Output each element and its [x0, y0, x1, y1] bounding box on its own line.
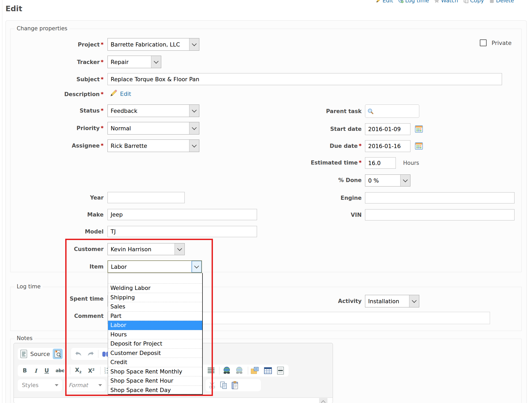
superscript-button[interactable]: X2 [85, 365, 98, 376]
editor-content-area[interactable] [14, 398, 333, 403]
chevron-down-icon [192, 261, 201, 272]
tracker-label: Tracker* [17, 59, 104, 65]
calendar-icon[interactable] [415, 142, 423, 150]
source-icon [20, 349, 28, 358]
italic-icon: I [34, 367, 37, 374]
toolbar-collapse-button[interactable] [319, 398, 327, 403]
year-input[interactable] [107, 192, 185, 203]
activity-label: Activity [276, 298, 362, 304]
change-properties-legend: Change properties [15, 25, 69, 32]
svg-text:3: 3 [104, 372, 106, 374]
description-edit-link[interactable]: Edit [120, 91, 131, 97]
due-date-label: Due date* [276, 143, 362, 149]
edit-link[interactable]: Edit [376, 0, 393, 4]
underline-button[interactable]: U [42, 365, 52, 376]
watch-link[interactable]: Watch [434, 0, 458, 4]
make-input[interactable]: Jeep [107, 209, 257, 220]
underline-icon: U [44, 367, 49, 374]
superscript-icon: X2 [88, 367, 94, 374]
unlink-button[interactable] [234, 365, 244, 376]
required-asterisk: * [101, 108, 104, 114]
estimated-time-label: Estimated time* [276, 160, 362, 166]
due-date-input[interactable]: 2016-01-16 [365, 140, 410, 152]
dropdown-option[interactable]: Hours [108, 330, 202, 340]
dropdown-option[interactable]: Deposit for Project [108, 339, 202, 349]
dropdown-option[interactable]: Welding Labor [108, 284, 202, 293]
paste-clipboard-icon [231, 381, 239, 389]
source-button[interactable]: Source [30, 351, 50, 357]
dropdown-option[interactable]: Shop Space Rent Day [108, 386, 202, 395]
priority-select[interactable]: Normal [107, 122, 199, 135]
spent-time-label: Spent time [17, 296, 104, 302]
required-asterisk: * [101, 91, 104, 97]
dropdown-option[interactable]: Shop Space Rent Monthly [108, 367, 202, 377]
bold-button[interactable]: B [20, 365, 30, 376]
copy-link[interactable]: Copy [463, 0, 484, 4]
undo-icon [75, 351, 82, 357]
start-date-input[interactable]: 2016-01-09 [365, 123, 410, 135]
item-dropdown-list: Welding Labor Shipping Sales Part Labor … [108, 273, 203, 395]
subscript-button[interactable]: X2 [72, 365, 85, 376]
vin-input[interactable] [365, 209, 515, 220]
required-asterisk: * [101, 143, 104, 149]
div-container-button[interactable] [206, 365, 216, 376]
log-time-link[interactable]: Log time [398, 0, 429, 4]
horizontal-rule-button[interactable] [276, 365, 285, 376]
preview-button[interactable] [53, 349, 63, 359]
notes-legend: Notes [15, 335, 35, 341]
status-select[interactable]: Feedback [107, 104, 199, 117]
required-asterisk: * [359, 143, 362, 149]
parent-task-input[interactable] [365, 104, 419, 118]
format-dropdown[interactable]: Format [64, 379, 106, 391]
table-button[interactable] [263, 365, 273, 376]
image-button[interactable] [250, 365, 260, 376]
project-select[interactable]: Barrette Fabrication, LLC [107, 38, 199, 51]
tracker-select[interactable]: Repair [107, 56, 161, 68]
private-checkbox[interactable] [480, 39, 487, 46]
activity-select[interactable]: Installation [365, 295, 419, 307]
dropdown-option[interactable] [108, 273, 202, 284]
chevron-down-icon [409, 295, 419, 307]
paste-button[interactable] [230, 380, 240, 390]
percent-done-select[interactable]: 0 % [365, 174, 410, 186]
customer-label: Customer [17, 246, 104, 252]
italic-button[interactable]: I [31, 365, 41, 376]
assignee-select[interactable]: Rick Barrette [107, 139, 199, 152]
copy-icon [463, 0, 469, 3]
toolbar-separator [70, 367, 70, 375]
link-button[interactable] [222, 365, 232, 376]
redmine-issue-edit-page: Edit Log time Watch Copy Delete E [0, 0, 532, 403]
dropdown-option[interactable]: Customer Deposit [108, 349, 202, 358]
dropdown-option-selected[interactable]: Labor [108, 321, 202, 330]
comment-label: Comment [17, 313, 104, 319]
engine-input[interactable] [365, 192, 515, 203]
customer-select[interactable]: Kevin Harrison [107, 243, 185, 255]
model-input[interactable]: TJ [107, 226, 257, 237]
delete-link[interactable]: Delete [489, 0, 514, 4]
vin-label: VIN [276, 212, 362, 218]
chevron-down-icon [55, 384, 58, 386]
cut-button[interactable] [207, 380, 217, 390]
dropdown-option[interactable]: Credit [108, 358, 202, 367]
dropdown-option[interactable]: Shop Space Rent Hour [108, 376, 202, 386]
dropdown-option[interactable]: Shipping [108, 293, 202, 302]
editor-undo-group [71, 348, 113, 360]
chevron-down-icon [98, 384, 102, 386]
copy-button[interactable] [219, 380, 229, 390]
undo-button[interactable] [74, 349, 83, 359]
estimated-time-input[interactable]: 16.0 [365, 157, 396, 169]
strikethrough-button[interactable]: abc [53, 365, 67, 376]
dropdown-option[interactable]: Sales [108, 302, 202, 312]
calendar-icon[interactable] [415, 125, 423, 133]
styles-dropdown[interactable]: Styles [18, 379, 62, 391]
toolbar-separator [248, 367, 248, 375]
dropdown-option[interactable]: Part [108, 312, 202, 321]
subject-input[interactable]: Replace Torque Box & Floor Pan [107, 73, 502, 85]
image-icon [250, 367, 259, 375]
redo-button[interactable] [86, 349, 95, 359]
contextual-toolbar: Edit Log time Watch Copy Delete [376, 0, 514, 4]
project-label: Project* [17, 42, 104, 48]
clock-plus-icon [398, 0, 404, 3]
item-select[interactable]: Labor [107, 260, 202, 273]
svg-text:2: 2 [104, 370, 106, 372]
